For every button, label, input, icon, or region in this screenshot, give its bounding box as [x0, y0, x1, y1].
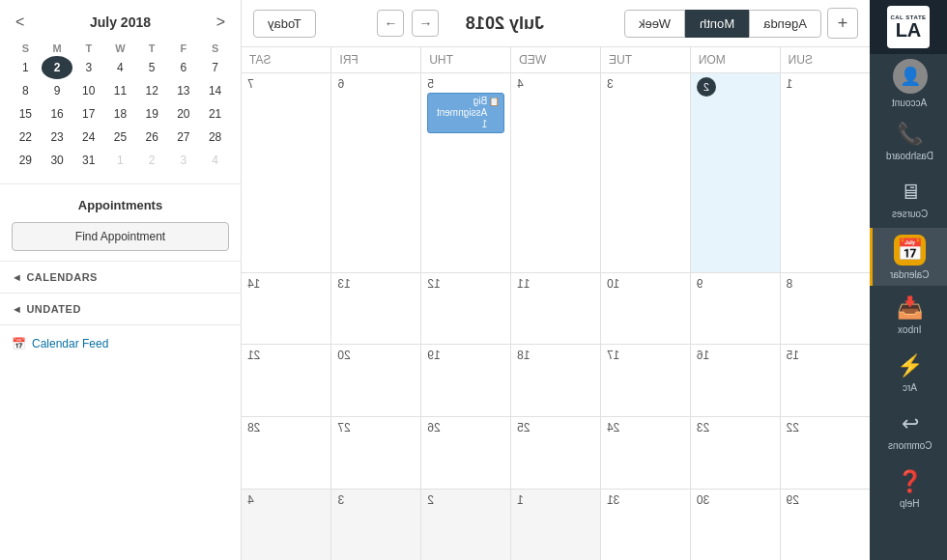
mini-cal-day[interactable]: 20 [168, 102, 200, 126]
month-view-button[interactable]: Month [685, 10, 749, 38]
agenda-view-button[interactable]: Agenda [749, 10, 821, 38]
calendar-day-cell[interactable]: 29 [780, 490, 870, 560]
toolbar-center: July 2018 ← → [377, 10, 562, 37]
mini-cal-day[interactable]: 16 [42, 102, 73, 126]
mini-cal-day[interactable]: 2 [136, 149, 168, 172]
sidebar-item-help[interactable]: ❓ Help [870, 460, 947, 518]
mini-cal-day[interactable]: 24 [72, 126, 104, 149]
mini-cal-day[interactable]: 5 [136, 56, 168, 79]
calendar-day-cell[interactable]: 17 [600, 345, 690, 417]
sidebar-item-courses[interactable]: 🖥 Courses [870, 170, 947, 228]
next-month-button[interactable]: → [377, 10, 404, 37]
sidebar-item-account[interactable]: 👤 Account [870, 54, 947, 112]
mini-cal-day[interactable]: 14 [199, 79, 231, 102]
mini-cal-day[interactable]: 30 [42, 149, 73, 172]
calendar-day-cell[interactable]: 23 [690, 417, 780, 490]
calendar-day-cell[interactable]: 4 [242, 490, 331, 560]
mini-cal-day[interactable]: 8 [10, 79, 42, 102]
cal-day-header: SAT [242, 47, 331, 73]
prev-month-button[interactable]: ← [412, 10, 439, 37]
mini-cal-day[interactable]: 13 [168, 79, 200, 102]
week-view-button[interactable]: Week [624, 10, 685, 38]
calendar-day-cell[interactable]: 25 [511, 417, 601, 490]
calendars-section[interactable]: ◄ CALENDARS [0, 262, 241, 294]
sidebar-item-dashboard[interactable]: 📞 Dashboard [870, 112, 947, 170]
calendar-day-cell[interactable]: 30 [690, 490, 780, 560]
mini-cal-day[interactable]: 18 [104, 102, 136, 126]
calendar-day-cell[interactable]: 18 [511, 345, 601, 417]
calendar-day-cell[interactable]: 10 [600, 272, 690, 345]
calendar-day-cell[interactable]: 28 [242, 417, 331, 490]
calendar-day-cell[interactable]: 7 [242, 73, 331, 273]
calendar-day-cell[interactable]: 22 [780, 417, 870, 490]
mini-cal-day[interactable]: 17 [72, 102, 104, 126]
mini-cal-day[interactable]: 9 [42, 79, 73, 102]
calendar-day-cell[interactable]: 2 [421, 490, 511, 560]
calendar-day-cell[interactable]: 3 [331, 490, 421, 560]
day-number: 15 [787, 349, 864, 362]
calendar-day-cell[interactable]: 5📋Big Assignment 1 [421, 73, 511, 273]
sidebar-item-commons[interactable]: ↩ Commons [870, 402, 947, 460]
calendar-day-cell[interactable]: 19 [421, 345, 511, 417]
mini-cal-day[interactable]: 21 [199, 102, 231, 126]
mini-cal-day[interactable]: 1 [10, 56, 42, 79]
mini-cal-day[interactable]: 23 [42, 126, 73, 149]
day-number: 8 [787, 277, 864, 291]
today-button[interactable]: Today [253, 10, 316, 38]
mini-cal-day[interactable]: 31 [72, 149, 104, 172]
calendar-day-cell[interactable]: 1 [511, 490, 601, 560]
mini-cal-day[interactable]: 11 [104, 79, 136, 102]
calendar-day-cell[interactable]: 21 [242, 345, 331, 417]
mini-cal-day[interactable]: 3 [72, 56, 104, 79]
calendar-day-cell[interactable]: 31 [600, 490, 690, 560]
calendar-day-cell[interactable]: 12 [421, 272, 511, 345]
calendar-day-cell[interactable]: 6 [331, 73, 421, 273]
mini-cal-day[interactable]: 22 [10, 126, 42, 149]
mini-cal-day[interactable]: 7 [199, 56, 231, 79]
mini-cal-day[interactable]: 1 [104, 149, 136, 172]
calendar-day-cell[interactable]: 27 [331, 417, 421, 490]
calendar-day-cell[interactable]: 15 [780, 345, 870, 417]
calendar-day-cell[interactable]: 13 [331, 272, 421, 345]
mini-cal-day[interactable]: 2 [42, 56, 73, 79]
find-appointment-button[interactable]: Find Appointment [12, 222, 229, 251]
mini-cal-day[interactable]: 12 [136, 79, 168, 102]
calendar-feed-link[interactable]: 📅 Calendar Feed [12, 337, 229, 350]
mini-cal-day[interactable]: 26 [136, 126, 168, 149]
calendars-title[interactable]: ◄ CALENDARS [12, 271, 229, 283]
calendar-day-cell[interactable]: 8 [780, 272, 870, 345]
calendar-event[interactable]: 📋Big Assignment 1 [427, 93, 504, 133]
sidebar-item-arc[interactable]: ⚡ Arc [870, 344, 947, 402]
mini-cal-day[interactable]: 4 [199, 149, 231, 172]
calendar-day-cell[interactable]: 9 [690, 272, 780, 345]
calendar-day-cell[interactable]: 24 [600, 417, 690, 490]
calendar-day-cell[interactable]: 1 [780, 73, 870, 273]
mini-cal-day[interactable]: 3 [168, 149, 200, 172]
mini-cal-day[interactable]: 4 [104, 56, 136, 79]
mini-cal-day[interactable]: 6 [168, 56, 200, 79]
add-event-button[interactable]: + [827, 8, 858, 39]
calendar-day-cell[interactable]: 2 [690, 73, 780, 273]
undated-section[interactable]: ◄ UNDATED [0, 294, 241, 325]
mini-cal-day[interactable]: 25 [104, 126, 136, 149]
mini-cal-next-button[interactable]: > [211, 12, 231, 33]
calendar-day-cell[interactable]: 4 [511, 73, 601, 273]
mini-cal-day[interactable]: 27 [168, 126, 200, 149]
mini-cal-day[interactable]: 15 [10, 102, 42, 126]
sidebar-item-calendar[interactable]: 📅 Calendar [870, 228, 947, 286]
calendar-day-cell[interactable]: 26 [421, 417, 511, 490]
calendar-day-cell[interactable]: 20 [331, 345, 421, 417]
sidebar-item-label: Dashboard [886, 151, 933, 161]
calendar-day-cell[interactable]: 16 [690, 345, 780, 417]
calendar-day-cell[interactable]: 11 [511, 272, 601, 345]
mini-cal-day[interactable]: 29 [10, 149, 42, 172]
mini-cal-day[interactable]: 10 [72, 79, 104, 102]
sidebar-item-inbox[interactable]: 📥 Inbox [870, 286, 947, 344]
mini-cal-day[interactable]: 28 [199, 126, 231, 149]
calendar-day-cell[interactable]: 3 [600, 73, 690, 273]
mini-cal-prev-button[interactable]: < [10, 12, 30, 33]
current-month-title: July 2018 [446, 14, 562, 34]
calendar-day-cell[interactable]: 14 [242, 272, 331, 345]
undated-title[interactable]: ◄ UNDATED [12, 303, 229, 315]
mini-cal-day[interactable]: 19 [136, 102, 168, 126]
